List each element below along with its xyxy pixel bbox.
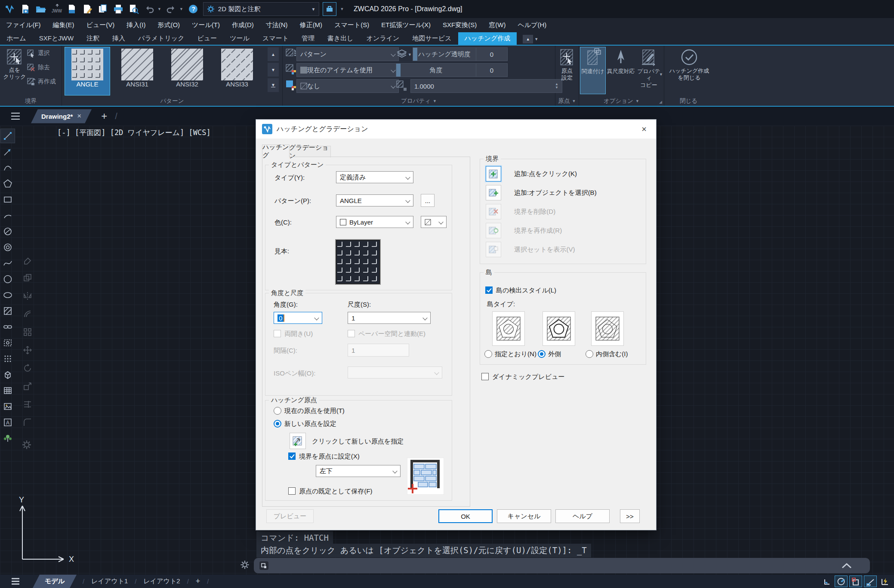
erase-tool-icon[interactable]: [21, 253, 34, 267]
pattern-swatch-ansi33[interactable]: ANSI33: [215, 47, 259, 95]
ribbon-tab[interactable]: 挿入: [106, 32, 132, 45]
command-input-bar[interactable]: [254, 558, 870, 573]
new-tab-icon[interactable]: +: [101, 110, 107, 122]
associative-button[interactable]: 関連付け: [580, 47, 605, 94]
angle-combo[interactable]: 0: [274, 312, 322, 324]
pattern-swatch-ansi32[interactable]: ANSI32: [165, 47, 210, 95]
workspace-selector[interactable]: 2D 製図と注釈 ▼: [203, 2, 320, 16]
cancel-button[interactable]: キャンセル: [497, 509, 551, 523]
copy-tool-icon[interactable]: [21, 271, 34, 285]
menu-item[interactable]: 窓(W): [483, 21, 512, 29]
pattern-sample-swatch[interactable]: [336, 240, 380, 284]
hatch-color-combo[interactable]: 現在のアイテムを使用: [296, 63, 399, 77]
hatch-type-combo[interactable]: パターン: [296, 47, 399, 61]
new-drawing-icon[interactable]: [20, 3, 31, 15]
polyline-tool-icon[interactable]: [1, 161, 15, 175]
scale-combo[interactable]: 1: [348, 312, 431, 324]
spacing-input[interactable]: 1: [348, 344, 409, 357]
dynamic-preview-checkbox[interactable]: [481, 373, 489, 380]
block-chain-tool-icon[interactable]: [1, 320, 15, 334]
recreate-boundary-button[interactable]: 再作成: [27, 77, 56, 86]
toolbox-button[interactable]: [323, 2, 336, 16]
store-default-origin-checkbox[interactable]: [288, 487, 296, 495]
add-pick-points-button[interactable]: [486, 166, 501, 182]
circle-chord-tool-icon[interactable]: [1, 225, 15, 238]
island-ignore-image[interactable]: [591, 311, 624, 346]
offset-tool-icon[interactable]: [21, 307, 34, 321]
background-color-combo[interactable]: なし: [296, 79, 399, 93]
ribbon-tab[interactable]: スマート: [256, 32, 295, 45]
tab-gradient[interactable]: グラデーション: [289, 146, 331, 157]
hatch-tool-icon[interactable]: [1, 304, 15, 318]
hatch-angle-value[interactable]: 0: [476, 63, 508, 77]
ribbon-tab[interactable]: SXFとJWW: [33, 32, 80, 45]
undo-dropdown-icon[interactable]: ▼: [157, 7, 161, 11]
ribbon-tab[interactable]: 地図サービス: [406, 32, 458, 45]
title-bar[interactable]: JWW ▼ ▼ ? 2D 製図と注釈 ▼ ▼ ZWCAD 2026 Pro - …: [0, 0, 894, 18]
hatch-angle-slider[interactable]: 角度: [396, 63, 476, 77]
layout1-tab[interactable]: レイアウト1: [84, 577, 135, 585]
select-boundary-button[interactable]: 選択: [27, 49, 50, 58]
image-tool-icon[interactable]: [1, 400, 15, 413]
ribbon-tab[interactable]: パラメトリック: [132, 32, 191, 45]
island-outer-radio[interactable]: [538, 350, 546, 358]
spline-tool-icon[interactable]: [1, 256, 15, 270]
trim-tool-icon[interactable]: [21, 397, 34, 411]
hatch-transparency-slider[interactable]: ハッチング透明度: [413, 47, 476, 61]
add-select-objects-button[interactable]: [486, 185, 501, 200]
island-normal-radio[interactable]: [484, 350, 492, 358]
hatch-transparency-value[interactable]: 0: [476, 47, 508, 61]
redo-icon[interactable]: [166, 3, 177, 15]
document-tab-drawing2[interactable]: Drawing2* ×: [31, 109, 92, 123]
origin-panel-label[interactable]: 原点▼: [555, 96, 579, 106]
ok-button[interactable]: OK: [438, 509, 493, 523]
menu-item[interactable]: 修正(M): [294, 21, 329, 29]
dialog-close-icon[interactable]: ×: [638, 124, 650, 134]
set-origin-button[interactable]: 原点 設定: [557, 48, 577, 81]
options-panel-label[interactable]: オプション▼ ◢: [579, 96, 664, 106]
copy-icon[interactable]: [97, 3, 108, 15]
new-file-icon[interactable]: [66, 3, 77, 15]
viewport-controls[interactable]: [-] [平面図] [2D ワイヤフレーム] [WCS]: [57, 128, 211, 138]
ribbon-tab[interactable]: オンライン: [360, 32, 406, 45]
menu-item[interactable]: 挿入(I): [120, 21, 151, 29]
ribbon-tab[interactable]: ビュー: [191, 32, 224, 45]
iso-pen-combo[interactable]: [348, 366, 442, 379]
help-icon[interactable]: ?: [188, 3, 199, 15]
field-tool-icon[interactable]: [1, 431, 15, 445]
type-combo[interactable]: 定義済み: [336, 171, 413, 183]
remove-boundaries-button[interactable]: [486, 204, 501, 219]
file-tabs-menu-icon[interactable]: [11, 116, 20, 117]
menu-item[interactable]: 編集(E): [47, 21, 80, 29]
region-tool-icon[interactable]: [1, 336, 15, 350]
expand-history-icon[interactable]: [841, 562, 853, 569]
insert-block-tool-icon[interactable]: [1, 368, 15, 382]
jww-import-icon[interactable]: JWW: [51, 3, 62, 15]
ribbon-tab[interactable]: 書き出し: [321, 32, 360, 45]
pick-origin-button[interactable]: [290, 433, 306, 449]
menu-item[interactable]: スマート(S): [328, 21, 375, 29]
menu-item[interactable]: ビュー(V): [80, 21, 121, 29]
ray-tool-icon[interactable]: [1, 145, 15, 159]
line-tool-icon[interactable]: [1, 129, 15, 143]
transparency-layers-icon[interactable]: ▼: [396, 48, 412, 61]
dialog-title-bar[interactable]: ハッチングとグラデーション ×: [256, 120, 656, 139]
pattern-combo[interactable]: ANGLE: [336, 194, 413, 206]
close-hatch-button[interactable]: ハッチング作成 を閉じる: [668, 48, 711, 81]
double-hatch-checkbox[interactable]: [274, 330, 281, 337]
open-folder-icon[interactable]: [35, 3, 46, 15]
menu-item[interactable]: ツール(T): [186, 21, 226, 29]
island-normal-image[interactable]: [492, 311, 525, 346]
pattern-swatch-angle[interactable]: ANGLE: [65, 47, 110, 95]
table-tool-icon[interactable]: [1, 384, 15, 397]
mirror-tool-icon[interactable]: [21, 289, 34, 303]
ribbon-tab[interactable]: 管理: [295, 32, 321, 45]
close-tab-icon[interactable]: ×: [77, 112, 81, 120]
rectangle-tool-icon[interactable]: [1, 193, 15, 206]
pick-points-button[interactable]: 点を クリック: [3, 48, 27, 80]
pattern-scroll-down-icon[interactable]: ▼: [268, 63, 279, 77]
preview-icon[interactable]: [128, 3, 139, 15]
arc-tool-icon[interactable]: [1, 209, 15, 222]
view-selections-button[interactable]: [486, 242, 501, 257]
undo-icon[interactable]: [144, 3, 155, 15]
